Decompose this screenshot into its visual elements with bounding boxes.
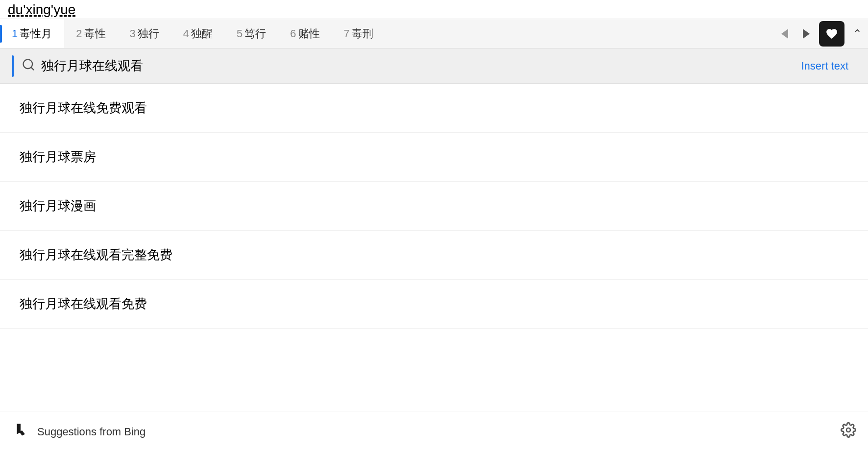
suggestion-item-0[interactable]: 独行月球在线免费观看 [0,84,868,133]
tab-item-3[interactable]: 4 独醒 [171,19,225,48]
tab-item-1[interactable]: 2 毒性 [64,19,118,48]
tab-number-2: 3 [130,27,136,40]
search-svg-icon [22,58,35,71]
search-bar-indicator [12,55,14,77]
tab-item-2[interactable]: 3 独行 [118,19,171,48]
tab-number-0: 1 [12,27,18,40]
svg-point-2 [846,428,850,432]
collapse-button[interactable]: ⌃ [846,23,868,45]
tab-number-1: 2 [76,27,82,40]
tab-prev-button[interactable] [774,23,796,45]
tab-label-4: 笃行 [244,26,266,41]
tab-number-5: 6 [290,27,296,40]
bing-suggestions-label: Suggestions from Bing [37,426,145,438]
favorites-button[interactable] [819,21,844,47]
tab-label-6: 毒刑 [352,26,373,41]
tab-number-3: 4 [183,27,189,40]
suggestion-item-3[interactable]: 独行月球在线观看完整免费 [0,231,868,280]
svg-line-1 [31,67,33,70]
suggestions-list: 独行月球在线免费观看独行月球票房独行月球漫画独行月球在线观看完整免费独行月球在线… [0,84,868,329]
tabs-container: 1 毒性月2 毒性3 独行4 独醒5 笃行6 赌性7 毒刑 [0,19,386,48]
settings-button[interactable] [841,422,856,441]
bing-logo-icon [12,423,29,441]
chevron-up-icon: ⌃ [853,27,862,40]
insert-text-button[interactable]: Insert text [793,56,856,76]
tab-item-6[interactable]: 7 毒刑 [332,19,386,48]
tab-label-5: 赌性 [298,26,320,41]
suggestion-item-4[interactable]: 独行月球在线观看免费 [0,280,868,329]
chevron-left-icon [781,29,788,39]
text-input[interactable] [8,2,860,18]
search-icon [22,58,35,74]
search-bar: 独行月球在线观看 Insert text [0,48,868,84]
footer: Suggestions from Bing [0,411,868,452]
chevron-right-icon [803,29,810,39]
tab-item-4[interactable]: 5 笃行 [225,19,278,48]
tab-label-1: 毒性 [84,26,106,41]
bing-info: Suggestions from Bing [12,423,145,441]
suggestion-item-1[interactable]: 独行月球票房 [0,133,868,182]
tab-label-0: 毒性月 [20,26,52,41]
tab-number-6: 7 [344,27,350,40]
heart-icon [825,27,838,40]
settings-icon-svg [841,422,856,438]
suggestion-item-2[interactable]: 独行月球漫画 [0,182,868,231]
tab-item-0[interactable]: 1 毒性月 [0,19,64,48]
tabs-row: 1 毒性月2 毒性3 独行4 独醒5 笃行6 赌性7 毒刑 ⌃ [0,19,868,48]
tab-number-4: 5 [237,27,242,40]
tab-label-2: 独行 [138,26,159,41]
input-area [0,0,868,19]
search-query-text: 独行月球在线观看 [41,57,793,74]
tab-item-5[interactable]: 6 赌性 [278,19,332,48]
tab-next-button[interactable] [796,23,817,45]
tab-label-3: 独醒 [191,26,213,41]
